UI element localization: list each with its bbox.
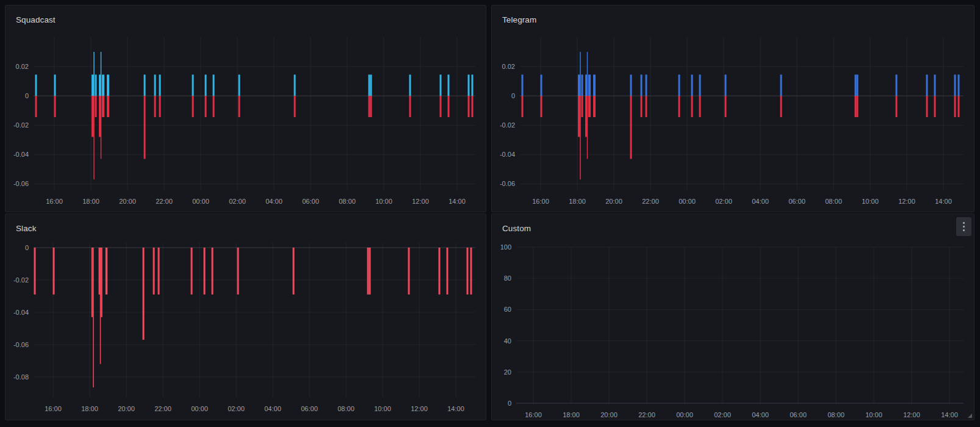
positive-bar: [448, 74, 450, 96]
positive-bar: [370, 74, 372, 96]
x-tick-label: 22:00: [156, 198, 173, 205]
y-tick-label: -0.02: [13, 121, 29, 129]
negative-bar: [293, 248, 295, 295]
negative-bar: [439, 248, 441, 295]
positive-bar: [926, 74, 928, 96]
negative-bar: [587, 96, 588, 159]
panel-title-slack[interactable]: Slack: [16, 224, 37, 233]
y-tick-label: 80: [504, 274, 511, 282]
x-tick-label: 20:00: [118, 405, 135, 412]
negative-bar: [35, 96, 37, 117]
positive-bar: [588, 74, 591, 96]
negative-bar: [934, 96, 936, 117]
negative-bar: [212, 248, 214, 295]
x-tick-label: 06:00: [302, 198, 319, 205]
positive-bar: [54, 74, 56, 96]
negative-bar: [370, 96, 372, 117]
positive-bar: [857, 74, 859, 96]
slack-chart-canvas: 16:0018:0020:0022:0000:0002:0004:0006:00…: [5, 214, 487, 421]
panel-title-custom[interactable]: Custom: [502, 224, 531, 233]
positive-bar: [213, 74, 215, 96]
y-tick-label: -0.06: [13, 180, 29, 187]
y-tick-label: 20: [504, 368, 511, 376]
positive-bar: [780, 74, 782, 96]
negative-bar: [294, 96, 296, 117]
kebab-dot: [963, 229, 965, 231]
y-tick-label: 40: [504, 337, 511, 345]
negative-bar: [472, 96, 474, 117]
squadcast-chart-canvas: 16:0018:0020:0022:0000:0002:0004:0006:00…: [5, 5, 487, 213]
negative-bar: [101, 248, 103, 317]
positive-bar: [934, 74, 936, 96]
y-tick-label: 0.02: [502, 63, 515, 70]
x-tick-label: 10:00: [865, 411, 882, 418]
panel-resize-handle[interactable]: [968, 414, 972, 418]
negative-bar: [159, 96, 161, 117]
negative-bar: [679, 96, 680, 117]
telegram-chart-canvas: 16:0018:0020:0022:0000:0002:0004:0006:00…: [492, 5, 975, 213]
panel-slack: Slack 16:0018:0020:0022:0000:0002:0004:0…: [5, 214, 486, 420]
x-tick-label: 20:00: [605, 198, 622, 205]
y-tick-label: 100: [500, 243, 511, 251]
negative-bar: [34, 248, 36, 295]
negative-bar: [92, 248, 93, 317]
negative-bar: [191, 248, 193, 295]
positive-bar: [630, 74, 632, 96]
x-tick-label: 00:00: [676, 411, 693, 418]
x-tick-label: 02:00: [228, 405, 245, 412]
negative-bar: [93, 96, 95, 179]
positive-bar: [154, 74, 156, 96]
negative-bar: [780, 96, 782, 117]
positive-bar: [580, 52, 581, 96]
panel-title-squadcast[interactable]: Squadcast: [16, 16, 56, 24]
positive-bar: [440, 74, 442, 96]
negative-bar: [448, 96, 450, 117]
negative-bar: [192, 96, 194, 117]
negative-bar: [954, 96, 956, 117]
x-tick-label: 00:00: [679, 198, 696, 205]
positive-bar: [593, 74, 596, 96]
kebab-menu-icon[interactable]: [956, 217, 971, 236]
y-tick-label: 0: [25, 92, 29, 99]
negative-bar: [204, 248, 206, 295]
y-tick-label: -0.04: [13, 309, 29, 316]
x-tick-label: 00:00: [191, 405, 208, 412]
negative-bar: [641, 96, 643, 117]
custom-chart-canvas: 16:0018:0020:0022:0000:0002:0004:0006:00…: [492, 214, 975, 421]
negative-bar: [926, 96, 928, 117]
positive-bar: [541, 74, 542, 96]
positive-bar: [522, 74, 524, 96]
negative-bar: [239, 96, 240, 117]
positive-bar: [646, 74, 647, 96]
positive-bar: [294, 74, 296, 96]
x-tick-label: 22:00: [642, 198, 659, 205]
y-tick-label: -0.04: [500, 151, 515, 158]
negative-bar: [896, 96, 898, 117]
positive-bar: [101, 52, 102, 96]
x-tick-label: 06:00: [788, 198, 805, 205]
y-tick-label: 60: [504, 306, 511, 313]
negative-bar: [468, 96, 470, 117]
negative-bar: [205, 96, 207, 117]
x-tick-label: 14:00: [941, 411, 958, 418]
negative-bar: [408, 248, 410, 295]
panel-custom: Custom 16:0018:0020:0022:0000:0002:0004:…: [491, 214, 975, 420]
x-tick-label: 12:00: [411, 405, 428, 412]
y-tick-label: -0.04: [13, 151, 29, 158]
panel-telegram: Telegram 16:0018:0020:0022:0000:0002:000…: [491, 5, 975, 212]
negative-bar: [440, 96, 442, 117]
x-tick-label: 14:00: [935, 198, 952, 205]
positive-bar: [409, 74, 411, 96]
positive-bar: [699, 74, 701, 96]
positive-bar: [472, 74, 474, 96]
panel-title-telegram[interactable]: Telegram: [502, 16, 536, 24]
positive-bar: [102, 74, 104, 96]
negative-bar: [467, 248, 469, 295]
negative-bar: [593, 96, 596, 117]
y-tick-label: -0.06: [13, 341, 29, 348]
x-tick-label: 18:00: [82, 198, 99, 205]
x-tick-label: 16:00: [525, 411, 542, 418]
kebab-dot: [963, 226, 965, 228]
x-tick-label: 08:00: [337, 405, 355, 412]
x-tick-label: 14:00: [449, 198, 466, 205]
